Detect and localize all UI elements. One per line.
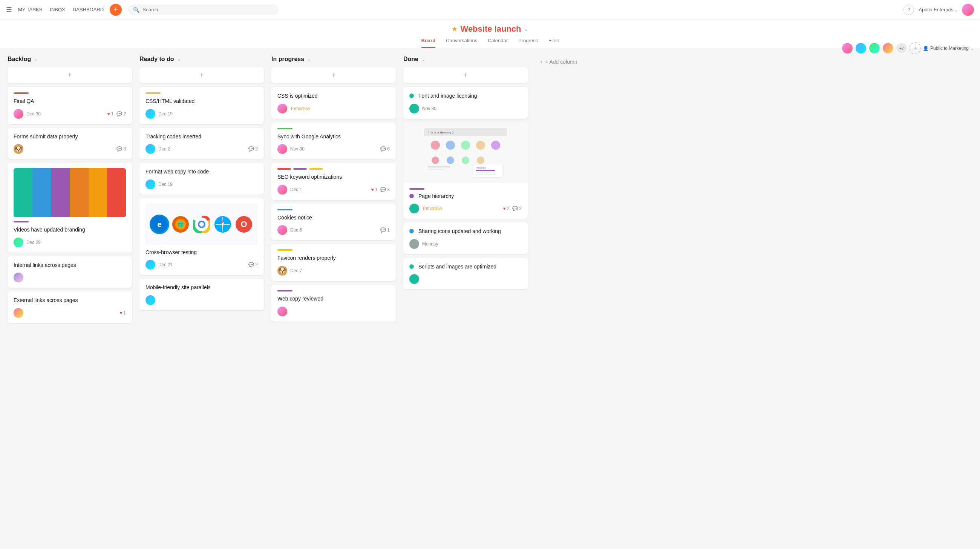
card-footer: Tomorrow: [277, 104, 390, 113]
card-footer: 🐶 💬 3: [14, 144, 126, 154]
card-footer-right: 💬 1: [380, 228, 390, 232]
card-image: [14, 168, 126, 217]
backlog-add-card-button[interactable]: +: [8, 67, 132, 83]
user-avatar[interactable]: [962, 4, 974, 16]
card-sync-analytics[interactable]: Sync with Google Analytics Nov 30 💬 6: [271, 123, 396, 159]
svg-text:FF: FF: [178, 223, 184, 228]
card-css-html[interactable]: CSS/HTML validated Dec 19: [140, 87, 264, 124]
card-final-qa[interactable]: Final QA Dec 30 ♥ 1 💬 2: [8, 87, 132, 124]
card-avatar: [14, 237, 23, 247]
hamburger-icon[interactable]: ☰: [6, 6, 12, 14]
swatch-3: [51, 168, 70, 217]
card-internal-links[interactable]: Internal links across pages: [8, 256, 132, 288]
mockup-svg: This is a Heading 2: [420, 124, 511, 181]
tag-bar-purple: [409, 188, 425, 190]
card-videos-branding[interactable]: Videos have updated branding Dec 29: [8, 163, 132, 253]
in-progress-add-card-button[interactable]: +: [271, 67, 396, 83]
backlog-dropdown-icon[interactable]: ⌄: [34, 57, 38, 62]
card-footer-right: ♥ 1 💬 2: [107, 111, 126, 116]
done-header: Done ⌄: [403, 56, 528, 63]
card-tag-bar: [277, 249, 293, 251]
card-comments: 💬 2: [248, 262, 258, 267]
public-dropdown-icon: ⌄: [970, 46, 974, 51]
card-scripts-images[interactable]: Scripts and images are optimized: [403, 258, 528, 290]
nav-dashboard[interactable]: DASHBOARD: [73, 7, 103, 13]
public-badge[interactable]: 👤 Public to Marketing ⌄: [923, 46, 974, 51]
card-date: Dec 19: [158, 182, 173, 187]
done-dropdown-icon[interactable]: ⌄: [422, 57, 425, 62]
card-avatar: 🐶: [277, 266, 287, 275]
card-comments: 💬 2: [248, 146, 258, 151]
search-icon: 🔍: [133, 7, 140, 13]
svg-point-8: [199, 222, 204, 227]
in-progress-header: In progress ⌄: [271, 56, 396, 63]
card-format-web-copy[interactable]: Format web copy into code Dec 19: [140, 163, 264, 194]
card-footer-right: ♥ 1: [119, 310, 126, 316]
card-font-licensing[interactable]: Font and image licensing Nov 30: [403, 87, 528, 119]
card-title: Format web copy into code: [145, 168, 258, 176]
nav-my-tasks[interactable]: MY TASKS: [18, 7, 42, 13]
card-footer-left: [409, 274, 419, 284]
tab-conversations[interactable]: Conversations: [446, 38, 477, 48]
chrome-icon: [192, 215, 212, 234]
svg-point-23: [491, 141, 500, 150]
add-button[interactable]: +: [110, 4, 122, 16]
card-footer-left: Dec 21: [145, 260, 173, 270]
card-title: Page hierarchy: [418, 193, 454, 200]
card-sharing-icons[interactable]: Sharing icons updated and working Monday: [403, 223, 528, 254]
card-forms-submit[interactable]: Forms submit data properly 🐶 💬 3: [8, 128, 132, 159]
card-date: Nov 30: [422, 106, 436, 111]
card-tracking-codes[interactable]: Tracking codes inserted Dec 2 💬 2: [140, 128, 264, 159]
card-footer-left: Dec 19: [145, 109, 173, 119]
tab-board[interactable]: Board: [422, 38, 436, 48]
tab-progress[interactable]: Progress: [518, 38, 538, 48]
card-cross-browser[interactable]: e FF: [140, 198, 264, 275]
ready-add-card-button[interactable]: +: [140, 67, 264, 83]
card-footer: Tomorrow ♥ 2 💬 2: [409, 204, 522, 213]
card-tag-bar: [277, 128, 293, 129]
comment-icon: 💬: [380, 228, 386, 232]
card-multi-tag: [277, 168, 390, 170]
in-progress-dropdown-icon[interactable]: ⌄: [307, 57, 311, 62]
board-area: Backlog ⌄ + Final QA Dec 30 ♥ 1 💬 2 Form…: [0, 48, 980, 549]
card-date: Dec 30: [26, 111, 41, 116]
card-comments: 💬 2: [116, 111, 126, 116]
firefox-icon: FF: [171, 215, 190, 234]
card-external-links[interactable]: External links across pages ♥ 1: [8, 291, 132, 323]
card-footer: Dec 2 💬 2: [145, 144, 258, 154]
done-card-title-row: Page hierarchy: [409, 193, 522, 200]
tab-calendar[interactable]: Calendar: [488, 38, 508, 48]
tab-files[interactable]: Files: [549, 38, 558, 48]
project-dropdown-icon[interactable]: ⌄: [524, 26, 528, 32]
card-date: Tomorrow: [422, 206, 442, 211]
card-comments: 💬 2: [512, 206, 522, 211]
search-input[interactable]: [143, 7, 273, 13]
svg-point-25: [447, 156, 454, 164]
card-comments: 💬 3: [380, 187, 390, 192]
svg-point-24: [431, 156, 439, 164]
team-add-button[interactable]: +: [909, 42, 921, 54]
add-column-button[interactable]: + + Add column: [535, 56, 582, 68]
card-title: Sharing icons updated and working: [418, 228, 501, 235]
help-button[interactable]: ?: [904, 5, 914, 15]
heart-icon: ♥: [119, 310, 122, 316]
card-footer: Nov 30: [409, 104, 522, 113]
card-mobile-friendly[interactable]: Mobile-friendly site parallels: [140, 278, 264, 310]
column-ready: Ready to do ⌄ + CSS/HTML validated Dec 1…: [140, 56, 264, 314]
team-avatar-4: [882, 42, 894, 54]
card-cookies-notice[interactable]: Cookies notice Dec 5 💬 1: [271, 204, 396, 240]
card-date: Dec 21: [158, 262, 173, 267]
svg-rect-29: [428, 169, 445, 170]
card-seo-keywords[interactable]: SEO keyword optimizations Dec 1 ♥ 1 💬 3: [271, 163, 396, 200]
card-css-optimized[interactable]: CSS is optimized Tomorrow: [271, 87, 396, 119]
ready-dropdown-icon[interactable]: ⌄: [177, 57, 181, 62]
ready-title: Ready to do: [140, 56, 174, 63]
nav-inbox[interactable]: INBOX: [50, 7, 65, 13]
card-web-copy-reviewed[interactable]: Web copy reviewed: [271, 285, 396, 321]
card-footer-left: [277, 307, 287, 317]
done-add-card-button[interactable]: +: [403, 67, 528, 83]
card-footer-left: Dec 19: [145, 180, 173, 189]
card-page-hierarchy[interactable]: This is a Heading 2: [403, 123, 528, 219]
card-favicon[interactable]: Favicon renders properly 🐶 Dec 7: [271, 244, 396, 281]
card-footer-left: Tomorrow: [277, 104, 310, 113]
